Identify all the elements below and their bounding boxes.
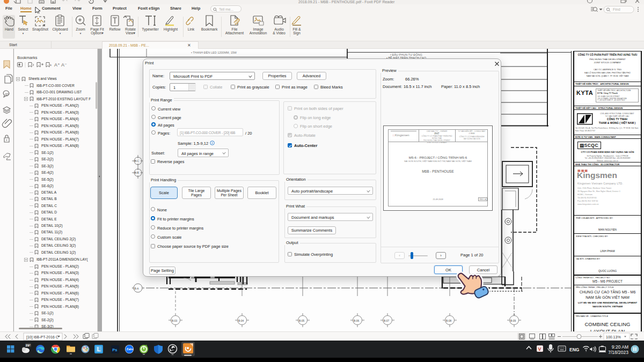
svg-text:B-C: B-C [135,160,140,162]
svg-text:100.13%: 100.13% [606,335,621,339]
svg-text:Zalo: Zalo [127,348,134,351]
svg-text:V: V [538,346,541,352]
svg-text:2018.09.21 - M6B - PENTHOUSE.p: 2018.09.21 - M6B - PENTHOUSE.pdf - Foxit… [298,0,395,4]
svg-text:B-A: B-A [135,287,140,290]
svg-text:B-07: B-07 [384,320,389,322]
svg-text:[10] I6B-PT-2016 C: [10] I6B-PT-2016 C [26,335,58,339]
svg-text:7/18/2023: 7/18/2023 [608,350,628,355]
svg-text:B-04: B-04 [238,320,244,322]
svg-text:• ĐẦU PHUN TỰ ĐỘNG: • ĐẦU PHUN TỰ ĐỘNG [390,53,422,56]
svg-text:9:20 AM: 9:20 AM [612,344,628,350]
svg-text:B-09: B-09 [510,320,516,322]
svg-text:B-05: B-05 [299,320,304,322]
svg-text:Ps: Ps [112,348,117,352]
svg-text:B-06: B-06 [354,320,359,322]
svg-text:A⁺: A⁺ [54,62,60,68]
svg-text:ENG: ENG [569,347,580,352]
svg-text:L: L [97,346,101,352]
svg-text:Find: Find [613,8,620,11]
svg-text:29°: 29° [26,344,31,347]
svg-text:B-B: B-B [135,172,139,174]
svg-text:A⁻: A⁻ [61,62,67,68]
svg-text:B-03: B-03 [172,320,177,322]
svg-text:s: s [50,63,52,67]
svg-text:B-08: B-08 [446,320,451,322]
svg-text:• THANH ĐÈN LED 1200MM, 15W: • THANH ĐÈN LED 1200MM, 15W [191,51,237,54]
